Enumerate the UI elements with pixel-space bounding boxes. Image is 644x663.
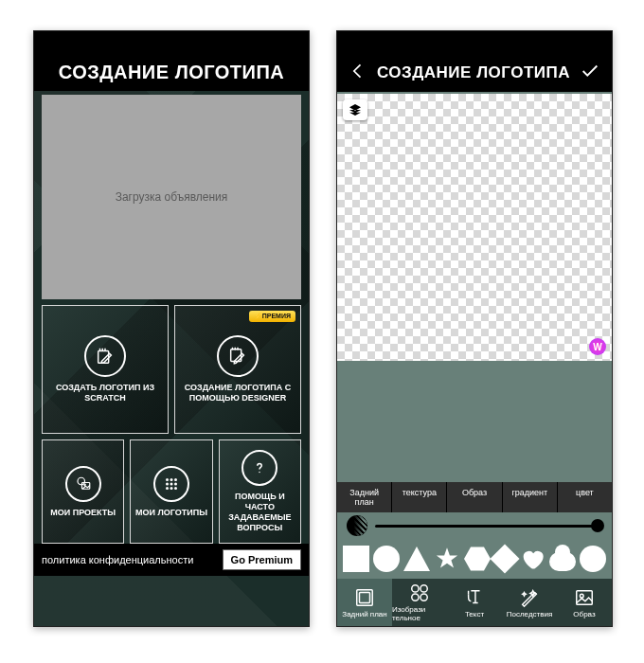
svg-rect-0 [98,351,109,364]
my-logos-button[interactable]: МОИ ЛОГОТИПЫ [130,439,212,544]
nav-background[interactable]: Задний план [337,579,392,626]
shape-badge[interactable] [580,546,606,572]
svg-point-18 [420,585,427,592]
svg-point-14 [259,472,261,474]
editor-screen: СОЗДАНИЕ ЛОГОТИПА W Задний план текстура… [336,30,613,627]
shape-diamond[interactable] [490,544,519,573]
opacity-icon [347,515,367,536]
tab-gradient[interactable]: градиент [503,482,558,512]
svg-point-20 [420,594,427,600]
tab-texture[interactable]: текстура [392,482,447,512]
editor-bottom-nav: Задний план Изобрази тельное Текст После… [337,579,612,626]
tab-image[interactable]: Образ [447,482,502,512]
go-premium-button[interactable]: Go Premium [223,549,301,570]
nav-graphics[interactable]: Изобрази тельное [392,579,447,626]
svg-point-7 [174,478,177,481]
status-bar [337,31,612,54]
back-button[interactable] [349,62,367,84]
shape-circle[interactable] [373,546,400,572]
svg-rect-21 [577,590,593,604]
option-label: МОИ ПРОЕКТЫ [50,508,116,518]
shape-star[interactable] [434,546,460,572]
tab-color[interactable]: цвет [558,482,612,512]
gallery-icon [65,466,101,502]
status-bar [34,31,309,54]
option-label: СОЗДАНИЕ ЛОГОТИПА С ПОМОЩЬЮ DESIGNER [179,383,296,403]
opacity-slider-row [337,512,612,539]
create-from-scratch-button[interactable]: СОЗДАТЬ ЛОГОТИП ИЗ SCRATCH [42,305,169,434]
svg-point-10 [174,482,177,485]
svg-point-2 [78,477,85,485]
editor-header: СОЗДАНИЕ ЛОГОТИПА [337,54,612,92]
layers-button[interactable] [343,99,367,120]
nav-label: Изобрази тельное [392,605,447,622]
nav-label: Образ [573,610,595,618]
question-icon [242,450,277,486]
option-label: МОИ ЛОГОТИПЫ [135,508,207,518]
create-with-designer-button[interactable]: ⚡ПРЕМИЯ СОЗДАНИЕ ЛОГОТИПА С ПОМОЩЬЮ DESI… [174,305,301,434]
option-label: СОЗДАТЬ ЛОГОТИП ИЗ SCRATCH [46,383,164,403]
shape-heart[interactable] [519,546,546,572]
svg-point-22 [580,594,583,598]
watermark-icon: W [589,338,606,355]
nav-label: Задний план [342,610,386,618]
shape-picker [337,539,612,579]
shape-cloud[interactable] [549,552,576,571]
pencil-note-icon [84,335,126,377]
ad-loading-text: Загрузка объявления [116,190,228,204]
watermark: W [589,338,606,355]
svg-point-4 [83,484,85,486]
help-faq-button[interactable]: ПОМОЩЬ И ЧАСТО ЗАДАВАЕМЫЕ ВОПРОСЫ [219,439,301,544]
shape-square[interactable] [343,546,369,572]
svg-point-12 [170,487,172,490]
nav-image[interactable]: Образ [557,579,612,626]
home-screen: СОЗДАНИЕ ЛОГОТИПА Загрузка объявления СО… [33,30,310,627]
nav-text[interactable]: Текст [447,579,502,626]
option-label: ПОМОЩЬ И ЧАСТО ЗАДАВАЕМЫЕ ВОПРОСЫ [224,492,296,532]
svg-rect-16 [360,592,370,602]
svg-point-9 [170,482,172,485]
shape-triangle[interactable] [403,547,430,571]
svg-point-8 [166,482,169,485]
svg-point-6 [170,478,172,481]
my-projects-button[interactable]: МОИ ПРОЕКТЫ [42,439,124,544]
nav-label: Последствия [507,610,553,618]
svg-point-11 [166,487,169,490]
editor-canvas[interactable]: W [337,94,612,361]
privacy-link[interactable]: политика конфиденциальности [42,554,193,565]
svg-point-5 [166,478,169,481]
ad-placeholder: Загрузка объявления [42,95,301,299]
nav-effects[interactable]: Последствия [502,579,557,626]
background-tabs: Задний план текстура Образ градиент цвет [337,482,612,512]
svg-point-17 [412,585,419,592]
slider-thumb[interactable] [591,519,604,532]
premium-badge: ⚡ПРЕМИЯ [249,311,295,322]
confirm-button[interactable] [580,61,600,85]
svg-point-13 [174,487,177,490]
tab-background[interactable]: Задний план [337,482,392,512]
designer-icon [217,335,259,377]
opacity-slider[interactable] [375,525,602,528]
grid-dots-icon [153,466,189,502]
shape-hexagon[interactable] [464,546,491,572]
app-title: СОЗДАНИЕ ЛОГОТИПА [34,54,309,91]
nav-label: Текст [465,610,484,618]
editor-title: СОЗДАНИЕ ЛОГОТИПА [377,63,570,82]
svg-point-19 [412,594,419,600]
